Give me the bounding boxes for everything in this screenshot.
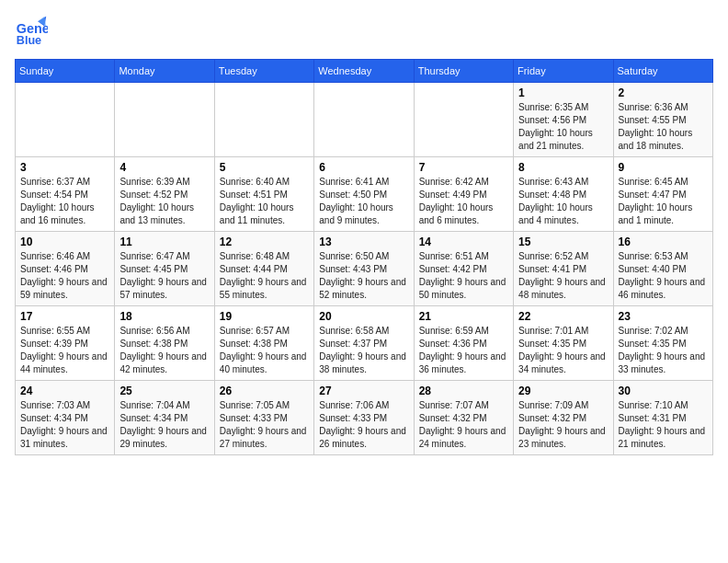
day-number: 6 bbox=[319, 161, 408, 174]
day-cell: 2Sunrise: 6:36 AM Sunset: 4:55 PM Daylig… bbox=[613, 83, 712, 157]
day-info: Sunrise: 6:40 AM Sunset: 4:51 PM Dayligh… bbox=[220, 176, 309, 227]
day-info: Sunrise: 6:51 AM Sunset: 4:42 PM Dayligh… bbox=[419, 250, 508, 302]
day-cell: 23Sunrise: 7:02 AM Sunset: 4:35 PM Dayli… bbox=[613, 306, 712, 381]
day-info: Sunrise: 6:41 AM Sunset: 4:50 PM Dayligh… bbox=[319, 176, 408, 227]
day-cell: 1Sunrise: 6:35 AM Sunset: 4:56 PM Daylig… bbox=[514, 83, 613, 157]
day-number: 21 bbox=[419, 310, 508, 323]
day-cell: 16Sunrise: 6:53 AM Sunset: 4:40 PM Dayli… bbox=[613, 232, 712, 306]
day-cell: 15Sunrise: 6:52 AM Sunset: 4:41 PM Dayli… bbox=[514, 232, 613, 306]
day-number: 25 bbox=[119, 385, 209, 397]
day-number: 27 bbox=[319, 385, 408, 397]
day-cell: 21Sunrise: 6:59 AM Sunset: 4:36 PM Dayli… bbox=[414, 306, 513, 381]
day-cell bbox=[414, 83, 513, 157]
day-number: 3 bbox=[20, 161, 109, 174]
day-info: Sunrise: 6:55 AM Sunset: 4:39 PM Dayligh… bbox=[20, 325, 109, 376]
day-info: Sunrise: 6:36 AM Sunset: 4:55 PM Dayligh… bbox=[619, 101, 708, 153]
weekday-thursday: Thursday bbox=[414, 60, 513, 83]
day-number: 29 bbox=[518, 385, 608, 397]
day-number: 18 bbox=[119, 310, 209, 323]
day-info: Sunrise: 7:04 AM Sunset: 4:34 PM Dayligh… bbox=[119, 399, 209, 451]
day-info: Sunrise: 6:46 AM Sunset: 4:46 PM Dayligh… bbox=[20, 250, 109, 302]
week-row-2: 3Sunrise: 6:37 AM Sunset: 4:54 PM Daylig… bbox=[16, 157, 713, 232]
page-header: General Blue bbox=[15, 15, 713, 48]
day-number: 22 bbox=[518, 310, 608, 323]
logo-icon: General Blue bbox=[15, 15, 48, 48]
day-cell: 29Sunrise: 7:09 AM Sunset: 4:32 PM Dayli… bbox=[514, 381, 613, 455]
day-number: 12 bbox=[220, 236, 309, 248]
day-info: Sunrise: 6:57 AM Sunset: 4:38 PM Dayligh… bbox=[220, 325, 309, 376]
day-number: 5 bbox=[220, 161, 309, 174]
day-number: 1 bbox=[518, 86, 608, 99]
day-info: Sunrise: 6:37 AM Sunset: 4:54 PM Dayligh… bbox=[20, 176, 109, 227]
day-cell: 9Sunrise: 6:45 AM Sunset: 4:47 PM Daylig… bbox=[613, 157, 712, 232]
day-cell: 6Sunrise: 6:41 AM Sunset: 4:50 PM Daylig… bbox=[314, 157, 414, 232]
day-cell: 12Sunrise: 6:48 AM Sunset: 4:44 PM Dayli… bbox=[214, 232, 313, 306]
day-info: Sunrise: 7:10 AM Sunset: 4:31 PM Dayligh… bbox=[619, 399, 708, 451]
day-cell: 18Sunrise: 6:56 AM Sunset: 4:38 PM Dayli… bbox=[115, 306, 214, 381]
day-info: Sunrise: 6:58 AM Sunset: 4:37 PM Dayligh… bbox=[319, 325, 408, 376]
day-number: 16 bbox=[619, 236, 708, 248]
logo: General Blue bbox=[15, 15, 51, 48]
day-number: 17 bbox=[20, 310, 109, 323]
day-info: Sunrise: 6:50 AM Sunset: 4:43 PM Dayligh… bbox=[319, 250, 408, 302]
day-cell: 22Sunrise: 7:01 AM Sunset: 4:35 PM Dayli… bbox=[514, 306, 613, 381]
day-cell: 20Sunrise: 6:58 AM Sunset: 4:37 PM Dayli… bbox=[314, 306, 414, 381]
week-row-3: 10Sunrise: 6:46 AM Sunset: 4:46 PM Dayli… bbox=[16, 232, 713, 306]
day-number: 28 bbox=[419, 385, 508, 397]
day-cell bbox=[16, 83, 115, 157]
day-info: Sunrise: 7:05 AM Sunset: 4:33 PM Dayligh… bbox=[220, 399, 309, 451]
week-row-5: 24Sunrise: 7:03 AM Sunset: 4:34 PM Dayli… bbox=[16, 381, 713, 455]
day-cell: 17Sunrise: 6:55 AM Sunset: 4:39 PM Dayli… bbox=[16, 306, 115, 381]
day-info: Sunrise: 7:07 AM Sunset: 4:32 PM Dayligh… bbox=[419, 399, 508, 451]
day-info: Sunrise: 6:43 AM Sunset: 4:48 PM Dayligh… bbox=[518, 176, 608, 227]
day-cell: 24Sunrise: 7:03 AM Sunset: 4:34 PM Dayli… bbox=[16, 381, 115, 455]
day-cell bbox=[115, 83, 214, 157]
day-number: 2 bbox=[619, 86, 708, 99]
day-info: Sunrise: 7:09 AM Sunset: 4:32 PM Dayligh… bbox=[518, 399, 608, 451]
day-number: 30 bbox=[619, 385, 708, 397]
day-cell: 11Sunrise: 6:47 AM Sunset: 4:45 PM Dayli… bbox=[115, 232, 214, 306]
day-number: 10 bbox=[20, 236, 109, 248]
day-number: 7 bbox=[419, 161, 508, 174]
day-number: 9 bbox=[619, 161, 708, 174]
day-number: 4 bbox=[119, 161, 209, 174]
day-number: 14 bbox=[419, 236, 508, 248]
day-info: Sunrise: 7:01 AM Sunset: 4:35 PM Dayligh… bbox=[518, 325, 608, 376]
day-number: 23 bbox=[619, 310, 708, 323]
day-cell: 14Sunrise: 6:51 AM Sunset: 4:42 PM Dayli… bbox=[414, 232, 513, 306]
day-cell: 30Sunrise: 7:10 AM Sunset: 4:31 PM Dayli… bbox=[613, 381, 712, 455]
day-cell: 7Sunrise: 6:42 AM Sunset: 4:49 PM Daylig… bbox=[414, 157, 513, 232]
day-cell: 5Sunrise: 6:40 AM Sunset: 4:51 PM Daylig… bbox=[214, 157, 313, 232]
day-info: Sunrise: 6:53 AM Sunset: 4:40 PM Dayligh… bbox=[619, 250, 708, 302]
weekday-wednesday: Wednesday bbox=[314, 60, 414, 83]
day-number: 8 bbox=[518, 161, 608, 174]
day-info: Sunrise: 6:39 AM Sunset: 4:52 PM Dayligh… bbox=[119, 176, 209, 227]
day-cell: 13Sunrise: 6:50 AM Sunset: 4:43 PM Dayli… bbox=[314, 232, 414, 306]
week-row-4: 17Sunrise: 6:55 AM Sunset: 4:39 PM Dayli… bbox=[16, 306, 713, 381]
svg-text:Blue: Blue bbox=[17, 34, 41, 47]
week-row-1: 1Sunrise: 6:35 AM Sunset: 4:56 PM Daylig… bbox=[16, 83, 713, 157]
day-cell: 10Sunrise: 6:46 AM Sunset: 4:46 PM Dayli… bbox=[16, 232, 115, 306]
day-info: Sunrise: 6:52 AM Sunset: 4:41 PM Dayligh… bbox=[518, 250, 608, 302]
calendar-table: SundayMondayTuesdayWednesdayThursdayFrid… bbox=[15, 59, 713, 455]
day-cell: 26Sunrise: 7:05 AM Sunset: 4:33 PM Dayli… bbox=[214, 381, 313, 455]
day-cell: 28Sunrise: 7:07 AM Sunset: 4:32 PM Dayli… bbox=[414, 381, 513, 455]
weekday-tuesday: Tuesday bbox=[214, 60, 313, 83]
day-cell: 8Sunrise: 6:43 AM Sunset: 4:48 PM Daylig… bbox=[514, 157, 613, 232]
day-info: Sunrise: 6:59 AM Sunset: 4:36 PM Dayligh… bbox=[419, 325, 508, 376]
weekday-friday: Friday bbox=[514, 60, 613, 83]
day-info: Sunrise: 7:03 AM Sunset: 4:34 PM Dayligh… bbox=[20, 399, 109, 451]
weekday-monday: Monday bbox=[115, 60, 214, 83]
day-number: 20 bbox=[319, 310, 408, 323]
day-info: Sunrise: 6:45 AM Sunset: 4:47 PM Dayligh… bbox=[619, 176, 708, 227]
day-number: 11 bbox=[119, 236, 209, 248]
day-number: 19 bbox=[220, 310, 309, 323]
day-cell bbox=[214, 83, 313, 157]
day-cell bbox=[314, 83, 414, 157]
day-number: 26 bbox=[220, 385, 309, 397]
day-info: Sunrise: 7:02 AM Sunset: 4:35 PM Dayligh… bbox=[619, 325, 708, 376]
day-cell: 25Sunrise: 7:04 AM Sunset: 4:34 PM Dayli… bbox=[115, 381, 214, 455]
day-info: Sunrise: 6:47 AM Sunset: 4:45 PM Dayligh… bbox=[119, 250, 209, 302]
day-info: Sunrise: 6:42 AM Sunset: 4:49 PM Dayligh… bbox=[419, 176, 508, 227]
day-cell: 3Sunrise: 6:37 AM Sunset: 4:54 PM Daylig… bbox=[16, 157, 115, 232]
